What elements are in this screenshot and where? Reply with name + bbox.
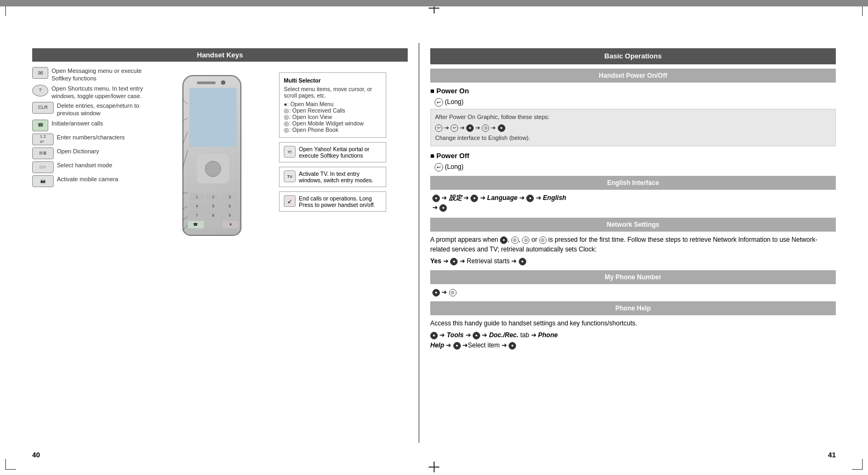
english-interface-title: English Interface <box>430 176 836 190</box>
key-item-delete: CLR Delete entries, escape/return to pre… <box>32 102 150 117</box>
multi-selector-item-2: ◎: Open Received Calls <box>284 107 381 114</box>
key-item-calls: ☎ Initiate/answer calls <box>32 120 150 131</box>
ei-english: English <box>543 194 566 202</box>
center-divider <box>418 43 420 443</box>
step-icon-5: ● <box>498 124 505 132</box>
ns-icon-6: ● <box>519 258 526 265</box>
info-box-steps: ↩ ➔ ↩ ➔ ● ➔ ◎ ➔ ● <box>435 123 831 132</box>
key-item-messaging: ✉ Open Messaging menu or execute Softkey… <box>32 67 150 83</box>
arrow-2: ➔ <box>460 124 465 131</box>
key-8: 8 <box>206 211 221 219</box>
ns-arrow-3: ➔ <box>511 257 517 265</box>
basic-operations-title: Basic Operations <box>430 48 836 64</box>
key-2: 2 <box>206 193 221 201</box>
power-on-step: ↩ (Long) <box>435 97 836 107</box>
phone-help-content: Access this handy guide to handset setti… <box>430 318 836 328</box>
key-list: ✉ Open Messaging menu or execute Softkey… <box>32 67 150 187</box>
mpn-icon-2: ◎ <box>449 289 457 296</box>
right-panel: Basic Operations Handset Power On/Off Po… <box>425 43 841 443</box>
ei-language: Language <box>487 194 519 202</box>
ei-arrow-6: ➔ <box>432 204 438 211</box>
key-bottom-mid <box>205 221 222 228</box>
numbers-key-icon: 1 2#* <box>32 133 54 145</box>
key-9: 9 <box>222 211 237 219</box>
ei-arrow-5: ➔ <box>536 194 543 202</box>
cross-mark-bottom <box>429 462 439 472</box>
ph-arrow-4: ➔ <box>446 342 451 349</box>
ei-icon-1: ● <box>432 195 440 202</box>
power-off-label: Power Off <box>430 151 836 161</box>
key-item-handset-mode: □☆ Select handset mode <box>32 161 150 173</box>
tv-softkey-icon: TV <box>284 170 296 182</box>
endcall-softkey-icon: ↙ <box>284 195 296 207</box>
power-on-info-box: After Power On Graphic, follow these ste… <box>430 109 836 146</box>
multi-selector-desc: Select menu items, move cursor, or scrol… <box>284 86 381 99</box>
ns-icon-1: ● <box>500 236 507 244</box>
ph-select: ➔Select item ➔ <box>462 342 507 349</box>
dictionary-key-icon: 辞書 <box>32 147 54 159</box>
multi-selector-item-3: ◎: Open Icon View <box>284 114 381 120</box>
key-7: 7 <box>189 211 204 219</box>
phone-speaker <box>197 81 216 84</box>
reg-mark-tl <box>5 5 16 16</box>
key-call-green: ☎ <box>188 221 204 228</box>
key-item-camera: 📷 Activate mobile camera <box>32 175 150 187</box>
messaging-key-desc: Open Messaging menu or execute Softkey f… <box>52 67 150 83</box>
arrow-4: ➔ <box>491 124 496 131</box>
ei-icon-4: ● <box>439 204 447 212</box>
endcall-softkey-desc: End calls or operations. Long Press to p… <box>299 195 381 208</box>
step-icon-1: ↩ <box>435 124 443 132</box>
delete-key-desc: Delete entries, escape/return to previou… <box>57 102 150 117</box>
dictionary-key-desc: Open Dictionary <box>57 147 150 155</box>
key-item-dictionary: 辞書 Open Dictionary <box>32 147 150 159</box>
mpn-icon-1: ● <box>432 289 440 296</box>
ph-tools: Tools <box>447 331 464 339</box>
handset-keys-title: Handset Keys <box>32 48 408 62</box>
ph-phone-help-2: Help <box>430 342 444 349</box>
network-settings-title: Network Settings <box>430 218 836 232</box>
step-icon-2: ↩ <box>451 124 458 132</box>
info-box-text-2: Change interface to English (below). <box>435 133 831 143</box>
key-4: 4 <box>189 202 204 210</box>
arrow-3: ➔ <box>475 124 480 131</box>
tv-softkey-desc: Activate TV. In text entry windows, swit… <box>299 170 381 183</box>
key-5: 5 <box>206 202 221 210</box>
ph-icon-4: ● <box>509 342 516 350</box>
ns-icon-3: ◎ <box>522 236 529 244</box>
ph-doc-rec: Doc./Rec. <box>489 331 519 339</box>
network-settings-content: A prompt appears when ●, ◎, ◎ or ◎ is pr… <box>430 235 836 254</box>
my-phone-number-title: My Phone Number <box>430 270 836 284</box>
ns-yes: Yes <box>430 257 442 265</box>
ns-arrow-1: ➔ <box>443 257 448 265</box>
phone-camera-dot <box>221 80 225 85</box>
ph-arrow-3: ➔ <box>482 331 489 339</box>
yahoo-softkey-icon: Y! <box>284 146 296 158</box>
power-key-icon-on: ↩ <box>435 98 443 107</box>
page-container: Handset Keys ✉ Open Messaging menu or ex… <box>27 43 841 443</box>
delete-key-icon: CLR <box>32 102 54 114</box>
power-off-step: ↩ (Long) <box>435 162 836 172</box>
network-settings-step: Yes ➔ ● ➔ Retrieval starts ➔ ● <box>430 256 836 266</box>
shortcuts-key-icon: ? <box>32 85 48 97</box>
key-6: 6 <box>222 202 237 210</box>
page-number-right: 41 <box>828 451 836 459</box>
reg-mark-br <box>852 459 863 470</box>
left-panel: Handset Keys ✉ Open Messaging menu or ex… <box>27 43 413 443</box>
ei-arrow-3: ➔ <box>480 194 487 202</box>
handset-mode-key-icon: □☆ <box>32 161 54 173</box>
multi-selector-box: Multi Selector Select menu items, move c… <box>279 72 386 138</box>
ph-icon-2: ● <box>473 332 480 339</box>
ph-icon-3: ● <box>453 342 461 350</box>
numbers-key-desc: Enter numbers/characters <box>57 133 150 141</box>
callout-boxes: Multi Selector Select menu items, move c… <box>279 72 386 212</box>
step-icon-3: ● <box>466 124 474 132</box>
key-item-numbers: 1 2#* Enter numbers/characters <box>32 133 150 145</box>
key-1: 1 <box>189 193 204 201</box>
ph-arrow-2: ➔ <box>466 331 471 339</box>
phone-nav-pad <box>197 154 229 183</box>
phone-body: 1 2 3 4 5 6 7 8 9 * 0 # <box>182 75 241 236</box>
my-phone-number-content: ● ➔ ◎ <box>432 287 836 297</box>
power-on-label: Power On <box>430 86 836 97</box>
page-number-left: 40 <box>32 451 40 459</box>
nav-circle <box>205 161 221 177</box>
